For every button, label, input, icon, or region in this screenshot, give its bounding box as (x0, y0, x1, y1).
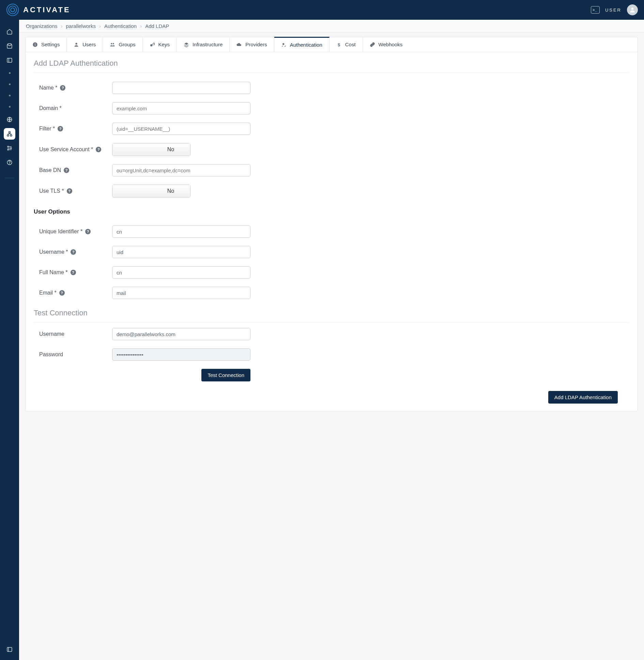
svg-point-1 (9, 6, 17, 14)
test-password-label: Password (34, 351, 112, 358)
tab-keys[interactable]: Keys (143, 37, 177, 52)
tab-groups[interactable]: Groups (103, 37, 142, 52)
terminal-icon[interactable]: >_ (591, 6, 600, 14)
sidenav-home[interactable] (4, 26, 15, 37)
tab-label: Providers (245, 42, 267, 47)
logo[interactable]: ACTIVATE (6, 3, 71, 16)
main-panel: Settings Users Groups Keys (25, 37, 638, 411)
svg-point-21 (111, 43, 112, 44)
sidenav-help[interactable] (4, 157, 15, 168)
tab-cost[interactable]: $ Cost (329, 37, 363, 52)
fullname-label: Full Name * ? (34, 269, 112, 276)
tab-label: Keys (158, 42, 170, 47)
tab-label: Infrastructure (193, 42, 223, 47)
use-service-account-toggle[interactable]: No (112, 143, 190, 156)
test-username-input[interactable] (112, 328, 250, 340)
tab-settings[interactable]: Settings (26, 37, 67, 52)
link-icon (370, 42, 375, 47)
add-ldap-authentication-button[interactable]: Add LDAP Authentication (548, 391, 618, 404)
cloud-icon (236, 42, 242, 47)
sidenav-dot[interactable] (9, 106, 11, 108)
use-tls-toggle[interactable]: No (112, 185, 190, 198)
breadcrumb-item[interactable]: Add LDAP (145, 23, 169, 29)
svg-point-2 (11, 8, 14, 12)
help-icon[interactable]: ? (67, 188, 72, 194)
user-auth-icon (281, 42, 287, 48)
sidenav-dot[interactable] (9, 95, 11, 96)
group-icon (110, 42, 115, 47)
svg-rect-7 (9, 131, 11, 133)
help-icon[interactable]: ? (71, 249, 76, 255)
filter-input[interactable] (112, 123, 250, 135)
sidenav-panel[interactable] (4, 54, 15, 66)
svg-text:$: $ (338, 42, 340, 47)
sidenav-network[interactable] (4, 128, 15, 140)
svg-point-11 (11, 148, 12, 149)
tab-label: Settings (41, 42, 60, 47)
svg-point-22 (113, 43, 114, 44)
avatar[interactable] (627, 4, 638, 15)
breadcrumb-item[interactable]: parallelworks (66, 23, 96, 29)
unique-identifier-input[interactable] (112, 225, 250, 238)
fullname-input[interactable] (112, 266, 250, 279)
sidenav-collapse[interactable] (4, 644, 15, 655)
email-input[interactable] (112, 287, 250, 299)
svg-rect-15 (7, 647, 12, 651)
tabs: Settings Users Groups Keys (26, 37, 638, 52)
sidenav-dot[interactable] (9, 83, 11, 85)
svg-point-19 (35, 43, 35, 44)
username-field-input[interactable] (112, 246, 250, 258)
user-label: USER (605, 7, 622, 13)
logo-icon (6, 3, 19, 16)
tab-label: Cost (345, 42, 356, 47)
unique-identifier-label: Unique Identifier * ? (34, 229, 112, 235)
help-icon[interactable]: ? (71, 270, 76, 275)
help-icon[interactable]: ? (60, 85, 65, 91)
base-dn-input[interactable] (112, 164, 250, 176)
tab-webhooks[interactable]: Webhooks (363, 37, 410, 52)
chevron-right-icon: › (97, 23, 103, 29)
username-label: Username * ? (34, 249, 112, 255)
use-tls-label: Use TLS * ? (34, 188, 112, 194)
sidenav-dot[interactable] (9, 72, 11, 74)
domain-input[interactable] (112, 102, 250, 114)
section-title: Add LDAP Authentication (26, 52, 638, 73)
help-icon[interactable]: ? (85, 229, 91, 234)
name-input[interactable] (112, 82, 250, 94)
tab-users[interactable]: Users (67, 37, 103, 52)
svg-rect-8 (7, 135, 9, 136)
svg-point-24 (282, 43, 284, 45)
sidenav-settings[interactable] (4, 142, 15, 154)
domain-label: Domain * (34, 105, 112, 111)
svg-point-20 (76, 43, 77, 44)
logo-text: ACTIVATE (23, 5, 71, 14)
tab-label: Groups (119, 42, 135, 47)
tab-label: Webhooks (379, 42, 403, 47)
topbar: ACTIVATE >_ USER (0, 0, 644, 20)
breadcrumb: Organizations › parallelworks › Authenti… (19, 20, 644, 33)
breadcrumb-item[interactable]: Authentication (104, 23, 137, 29)
key-icon (150, 42, 155, 47)
tab-label: Users (82, 42, 96, 47)
base-dn-label: Base DN ? (34, 167, 112, 173)
chevron-right-icon: › (59, 23, 65, 29)
sidenav-globe[interactable] (4, 114, 15, 125)
svg-point-3 (631, 7, 634, 10)
sidenav-inbox[interactable] (4, 40, 15, 52)
help-icon[interactable]: ? (59, 290, 65, 296)
help-icon[interactable]: ? (58, 126, 63, 131)
name-label: Name * ? (34, 85, 112, 91)
tab-authentication[interactable]: Authentication (274, 37, 329, 52)
dollar-icon: $ (336, 42, 342, 47)
test-connection-button[interactable]: Test Connection (201, 369, 250, 381)
test-password-input[interactable] (112, 348, 250, 361)
svg-rect-18 (35, 44, 35, 46)
breadcrumb-item[interactable]: Organizations (26, 23, 58, 29)
email-label: Email * ? (34, 290, 112, 296)
help-icon[interactable]: ? (64, 168, 69, 173)
layers-icon (184, 42, 189, 47)
tab-providers[interactable]: Providers (230, 37, 274, 52)
help-icon[interactable]: ? (96, 147, 101, 152)
tab-infrastructure[interactable]: Infrastructure (177, 37, 230, 52)
test-username-label: Username (34, 331, 112, 337)
